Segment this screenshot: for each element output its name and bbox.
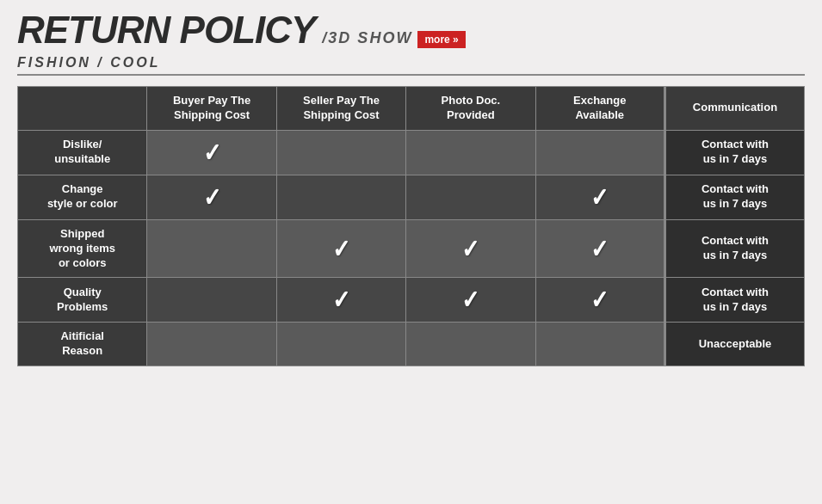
cell-quality-photo-doc: ✓ bbox=[406, 278, 535, 323]
table-row: AitificialReason Unacceptable bbox=[18, 323, 805, 366]
checkmark-icon: ✓ bbox=[202, 182, 220, 212]
cell-change-exchange: ✓ bbox=[535, 175, 664, 219]
header-top: RETURN POLICY /3D SHOW more » bbox=[17, 9, 466, 52]
cell-quality-exchange: ✓ bbox=[535, 278, 664, 323]
checkmark-icon: ✓ bbox=[332, 234, 350, 264]
unacceptable-label: Unacceptable bbox=[699, 337, 772, 350]
col-header-empty bbox=[18, 87, 147, 131]
cell-change-buyer-pay: ✓ bbox=[147, 175, 276, 219]
page-wrapper: RETURN POLICY /3D SHOW more » FISHION / … bbox=[0, 0, 822, 504]
cell-artificial-exchange bbox=[535, 323, 664, 366]
col-header-photo-doc: Photo Doc.Provided bbox=[406, 87, 535, 131]
cell-dislike-buyer-pay: ✓ bbox=[147, 130, 276, 175]
checkmark-icon: ✓ bbox=[461, 234, 479, 264]
cell-wrong-communication: Contact withus in 7 days bbox=[664, 219, 804, 278]
col-header-seller-pay: Seller Pay TheShipping Cost bbox=[276, 87, 405, 131]
title-return: RETURN bbox=[17, 9, 170, 52]
cell-change-seller-pay bbox=[276, 175, 405, 219]
policy-table: Buyer Pay TheShipping Cost Seller Pay Th… bbox=[17, 86, 805, 366]
cell-change-communication: Contact withus in 7 days bbox=[664, 175, 804, 219]
cell-change-photo-doc bbox=[406, 175, 535, 219]
cell-quality-buyer-pay bbox=[147, 278, 276, 323]
checkmark-icon: ✓ bbox=[590, 285, 609, 315]
cell-artificial-buyer-pay bbox=[147, 323, 276, 366]
table-row: QualityProblems ✓ ✓ ✓ Contact withus in … bbox=[18, 278, 805, 323]
checkmark-icon: ✓ bbox=[590, 234, 609, 264]
more-button[interactable]: more » bbox=[417, 31, 465, 48]
row-label-dislike: Dislike/unsuitable bbox=[18, 130, 147, 175]
row-label-change-style: Changestyle or color bbox=[18, 175, 147, 219]
cell-dislike-seller-pay bbox=[276, 130, 405, 175]
title-3d: /3D SHOW bbox=[322, 29, 412, 47]
table-header-row: Buyer Pay TheShipping Cost Seller Pay Th… bbox=[18, 87, 805, 131]
checkmark-icon: ✓ bbox=[590, 182, 609, 212]
cell-artificial-photo-doc bbox=[406, 323, 535, 366]
col-header-buyer-pay: Buyer Pay TheShipping Cost bbox=[147, 87, 276, 131]
cell-wrong-photo-doc: ✓ bbox=[406, 219, 535, 278]
table-row: Changestyle or color ✓ ✓ Contact withus … bbox=[18, 175, 805, 219]
row-label-artificial: AitificialReason bbox=[18, 323, 147, 366]
table-row: Dislike/unsuitable ✓ Contact withus in 7… bbox=[18, 130, 805, 175]
checkmark-icon: ✓ bbox=[461, 285, 479, 315]
cell-quality-communication: Contact withus in 7 days bbox=[664, 278, 804, 323]
row-label-quality: QualityProblems bbox=[18, 278, 147, 323]
checkmark-icon: ✓ bbox=[332, 285, 350, 315]
row-label-shipped-wrong: Shippedwrong itemsor colors bbox=[18, 219, 147, 278]
cell-wrong-exchange: ✓ bbox=[535, 219, 664, 278]
cell-dislike-photo-doc bbox=[406, 130, 535, 175]
cell-artificial-seller-pay bbox=[276, 323, 405, 366]
page-header: RETURN POLICY /3D SHOW more » bbox=[17, 9, 805, 52]
col-header-exchange: ExchangeAvailable bbox=[535, 87, 664, 131]
col-header-communication: Communication bbox=[664, 87, 804, 131]
title-policy: POLICY bbox=[170, 9, 315, 52]
cell-wrong-seller-pay: ✓ bbox=[276, 219, 405, 278]
cell-quality-seller-pay: ✓ bbox=[276, 278, 405, 323]
subtitle: FISHION / COOL bbox=[17, 55, 805, 76]
cell-wrong-buyer-pay bbox=[147, 219, 276, 278]
cell-artificial-communication: Unacceptable bbox=[664, 323, 804, 366]
table-row: Shippedwrong itemsor colors ✓ ✓ ✓ Contac… bbox=[18, 219, 805, 278]
cell-dislike-exchange bbox=[535, 130, 664, 175]
checkmark-icon: ✓ bbox=[202, 138, 220, 168]
cell-dislike-communication: Contact withus in 7 days bbox=[664, 130, 804, 175]
